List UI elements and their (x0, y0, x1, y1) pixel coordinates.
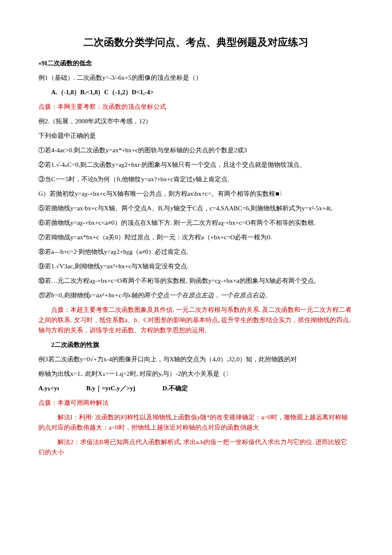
example-3-hint-heading: 点拨：本邀可用两种解法 (38, 398, 354, 408)
example-1-options: A.（-1,8）B.<1,8）C（-1,2）D<1,-4> (38, 87, 354, 97)
proposition-8: ⑧若a—b+c=2·则他物线y=aχ2+bχg（a≠0）必过肯定点. (38, 247, 354, 257)
proposition-1: ①若4-4ac>0.则二次函数y=ax*+bx+c的图轨与坐标轴的公共点的个数是… (38, 145, 354, 155)
example-2-hint: 点拨：本超主要考查二次函数图象及其件侦, 一元二次方程根与系数的关系. 及二次函… (38, 305, 354, 335)
proposition-6: ⑥若抛物线y=aχ-+bx+c<a≠0）的顶点在X轴下方. 则一元二次方程aχ·… (38, 218, 354, 228)
section-2-heading: 2二次函数的性旗 (38, 340, 354, 350)
example-2-intro-line2: 下列命题中正确的是 (38, 131, 354, 141)
example-3-hint-method2: 解法2：求值法B将已知两点代入函数解析式, 求出a.b的值一把一坐标值代入求出力… (38, 437, 354, 457)
proposition-4: G）若抛初纹y=aχ-+bx+c与X轴有唯一公共点，则方程ax\bx+c=。有两… (38, 189, 354, 199)
example-3-hint-method1: 解法I：利用: 次函数的刈称性以及拗物线上函数值y随*的改变规律确定：a>0时，… (38, 412, 354, 433)
example-3-options: A.y₁<yι B.y｜=yιC.y／>yj D.不确定 (38, 383, 354, 393)
proposition-11: ⑪若b=0,则抛物线y=ax²+bx+c与x轴的两个交点一个在原点左边，一个在原… (38, 290, 354, 300)
proposition-7: ⑦若拗物战y=ax*bx+c（a关0）羟过原点，则一元：次方程a（+bx+c=O… (38, 232, 354, 242)
example-1-hint: 点拨：本网主要考察：次函数的顶点坐标公式 (38, 102, 354, 112)
section-1-heading: «9I二次函数的低念 (38, 58, 354, 68)
example-3-option-bc: B.y｜=yιC.y／>yj (86, 383, 135, 393)
proposition-2: ②若1.√-4ₐC=0,则二次函数y=aχ2+bxr·的图象与X轴只有一个交点，… (38, 160, 354, 170)
example-1-intro: 例1（基础）. 二次函数y=-3/-6x+5的图像的顶点坐标是（） (38, 73, 354, 83)
example-3-line1: 例3若二次函数y=0√+力x-4的图像开口向上，与X轴的交点为（4,0）,32,… (38, 354, 354, 364)
proposition-3: ③当C=一5时，不论b为何（ft,他物纹y=ax?+bx+c肯定过y轴上肯定点. (38, 174, 354, 184)
proposition-10: ⑩若…元二次方程aχ-+bx+c=O有两个不桁等的实数根, 则函数y=cχ-+b… (38, 276, 354, 286)
example-3-option-a: A.y₁<yι (38, 383, 59, 393)
proposition-5: ⑤若抛物线y=ax·bx+c与X轴。两个交点A、B,与y轴交于C点，c=4,SΛ… (38, 203, 354, 213)
example-2-intro-line1: 例2.（拓展，2008年武汉市中考感，12） (38, 116, 354, 126)
example-3-line2: 称轴为出线x=1.. 此时X₁=一1.q=2时, 对应的y,与）-2的大小关系是… (38, 369, 354, 379)
proposition-9: ⑨若1.√V3ac,则拗物线y=ax²+bx+c与X轴肯定没有交点. (38, 261, 354, 271)
example-3-option-d: D.不确定 (162, 383, 188, 393)
page-title: 二次函数分类学问点、考点、典型例题及对应练习 (38, 34, 354, 50)
